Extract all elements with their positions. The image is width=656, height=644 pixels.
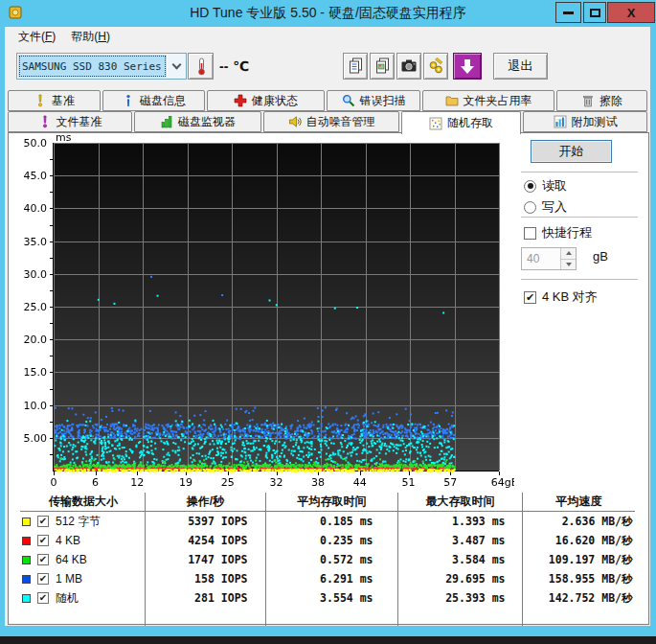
window-frame-bottom xyxy=(0,626,656,636)
screenshot-button[interactable] xyxy=(396,53,421,80)
tab-row-2: 文件基准 磁盘监视器 自动噪音管理 随机存取 附加测试 xyxy=(8,111,649,132)
update-button[interactable] xyxy=(453,53,482,80)
spinner-up-button[interactable] xyxy=(561,248,576,260)
series-checkbox[interactable] xyxy=(37,535,49,546)
iops-value: 1747 IOPS xyxy=(164,553,248,566)
checkbox-checked-icon xyxy=(524,291,536,304)
titlebar: HD Tune 专业版 5.50 - 硬盘/固态硬盘实用程序 X xyxy=(0,0,656,27)
tab-erase[interactable]: 擦除 xyxy=(556,90,647,111)
capacity-unit-label: gB xyxy=(593,249,608,264)
results-table: 传输数据大小 操作/秒 平均存取时间 最大存取时间 平均速度 512 字节 53… xyxy=(20,493,635,626)
avg-speed-value: 142.752 MB/秒 xyxy=(526,591,633,606)
table-row-random: 随机 281 IOPS 3.554 ms 25.393 ms 142.752 M… xyxy=(20,588,635,608)
series-label: 随机 xyxy=(56,590,79,607)
avg-access-value: 6.291 ms xyxy=(291,572,373,586)
series-label: 4 KB xyxy=(56,534,80,547)
tab-aam[interactable]: 自动噪音管理 xyxy=(263,111,399,132)
iops-value: 158 IOPS xyxy=(164,572,248,586)
maximize-button[interactable] xyxy=(583,2,606,23)
iops-value: 5397 IOPS xyxy=(164,515,248,528)
drive-select-value: SAMSUNG SSD 830 Series (64 gB) xyxy=(18,55,167,78)
series-checkbox[interactable] xyxy=(37,516,49,527)
tab-health[interactable]: 健康状态 xyxy=(207,90,325,111)
tab-file-benchmark[interactable]: 文件基准 xyxy=(8,111,132,132)
capacity-spinner[interactable]: 40 xyxy=(521,247,577,270)
menu-help[interactable]: 帮助(H) xyxy=(63,27,118,47)
separator xyxy=(521,172,638,172)
download-arrow-icon xyxy=(461,58,474,74)
tab-row-1: 基准 磁盘信息 健康状态 错误扫描 文件夹占用率 擦除 xyxy=(8,90,649,111)
align-checkbox[interactable]: 4 KB 对齐 xyxy=(524,288,598,306)
health-cross-icon xyxy=(234,94,247,107)
camera-icon xyxy=(400,58,418,74)
temperature-unit: ℃ xyxy=(233,58,249,74)
tab-error-scan[interactable]: 错误扫描 xyxy=(327,90,420,111)
table-row-64kb: 64 KB 1747 IOPS 0.572 ms 3.584 ms 109.19… xyxy=(20,550,635,569)
tab-extra-tests[interactable]: 附加测试 xyxy=(523,111,647,132)
table-header-row: 传输数据大小 操作/秒 平均存取时间 最大存取时间 平均速度 xyxy=(20,493,635,512)
series-checkbox[interactable] xyxy=(37,592,49,604)
checkbox-icon xyxy=(524,227,536,240)
chevron-up-icon xyxy=(566,251,572,255)
minimize-button[interactable] xyxy=(555,2,581,23)
iops-value: 281 IOPS xyxy=(164,591,248,605)
random-access-icon xyxy=(429,117,442,130)
series-swatch xyxy=(22,556,31,564)
col-header: 传输数据大小 xyxy=(20,493,146,512)
menubar: 文件(F) 帮助(H) xyxy=(5,27,650,46)
copy-text-button[interactable] xyxy=(343,53,368,80)
capacity-value: 40 xyxy=(522,248,560,269)
align-label: 4 KB 对齐 xyxy=(542,288,598,306)
series-swatch xyxy=(22,575,31,584)
tab-label: 磁盘信息 xyxy=(140,93,186,109)
tab-disk-info[interactable]: 磁盘信息 xyxy=(102,90,205,111)
close-button[interactable]: X xyxy=(607,2,655,23)
series-checkbox[interactable] xyxy=(37,573,49,585)
copy-text-icon xyxy=(347,57,364,76)
tab-label: 健康状态 xyxy=(252,93,298,109)
tab-label: 错误扫描 xyxy=(360,93,406,109)
tab-label: 擦除 xyxy=(599,93,622,109)
folder-icon xyxy=(445,94,459,107)
app-window: HD Tune 专业版 5.50 - 硬盘/固态硬盘实用程序 X 文件(F) 帮… xyxy=(0,0,656,644)
tab-random-access[interactable]: 随机存取 xyxy=(401,111,521,134)
iops-value: 4254 IOPS xyxy=(164,534,248,547)
avg-speed-value: 109.197 MB/秒 xyxy=(526,553,633,567)
short-stroke-checkbox[interactable]: 快捷行程 xyxy=(524,224,592,242)
avg-access-value: 0.235 ms xyxy=(291,534,373,547)
temperature-readout: -- ℃ xyxy=(219,53,249,80)
tab-label: 随机存取 xyxy=(447,115,493,131)
series-swatch xyxy=(22,594,31,603)
write-label: 写入 xyxy=(542,198,567,216)
read-radio[interactable]: 读取 xyxy=(524,177,567,195)
series-label: 512 字节 xyxy=(56,514,101,530)
series-swatch xyxy=(22,537,31,545)
tab-label: 自动噪音管理 xyxy=(306,114,375,130)
maximize-icon xyxy=(590,9,600,17)
series-checkbox[interactable] xyxy=(37,554,49,565)
drive-select[interactable]: SAMSUNG SSD 830 Series (64 gB) xyxy=(16,53,187,80)
max-access-value: 3.584 ms xyxy=(416,553,506,566)
col-header: 平均速度 xyxy=(523,493,635,512)
toolbar: SAMSUNG SSD 830 Series (64 gB) -- ℃ xyxy=(5,46,650,91)
start-button[interactable]: 开始 xyxy=(531,140,612,163)
exit-button[interactable]: 退出 xyxy=(493,53,548,80)
tab-disk-monitor[interactable]: 磁盘监视器 xyxy=(134,111,261,132)
tab-benchmark[interactable]: 基准 xyxy=(8,90,101,111)
radio-icon xyxy=(524,201,536,214)
random-access-page: 开始 读取 写入 快捷行程 40 gB xyxy=(8,132,649,625)
bar-chart-icon xyxy=(160,115,173,128)
copy-image-button[interactable] xyxy=(370,53,395,80)
chevron-down-icon xyxy=(168,54,186,79)
spinner-down-button[interactable] xyxy=(561,260,576,270)
options-button[interactable] xyxy=(423,53,448,80)
write-radio[interactable]: 写入 xyxy=(524,198,567,216)
tab-folder-usage[interactable]: 文件夹占用率 xyxy=(422,90,554,111)
thermometer-icon xyxy=(194,57,208,76)
avg-access-value: 3.554 ms xyxy=(291,591,373,605)
max-access-value: 29.695 ms xyxy=(416,572,506,586)
menu-file[interactable]: 文件(F) xyxy=(11,27,63,47)
temperature-button[interactable] xyxy=(188,53,214,80)
random-access-chart xyxy=(20,133,514,492)
trash-icon xyxy=(581,94,595,107)
